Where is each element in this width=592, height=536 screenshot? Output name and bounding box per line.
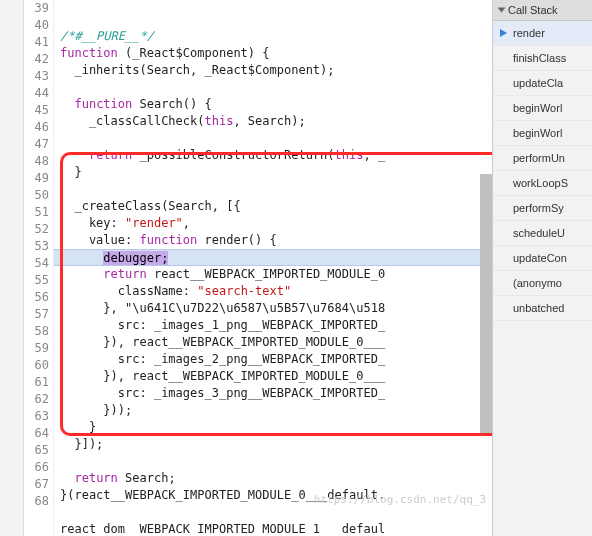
line-number[interactable]: 50 [28,187,49,204]
line-number[interactable]: 41 [28,34,49,51]
code-line[interactable]: value: function render() { [60,232,492,249]
stack-frame-label: (anonymo [513,277,562,289]
line-number[interactable]: 65 [28,442,49,459]
line-number[interactable]: 64 [28,425,49,442]
vertical-scrollbar[interactable] [480,174,492,436]
line-number[interactable]: 59 [28,340,49,357]
stack-frame-label: finishClass [513,52,566,64]
line-number[interactable]: 40 [28,17,49,34]
line-number[interactable]: 67 [28,476,49,493]
line-number[interactable]: 60 [28,357,49,374]
call-stack-frame[interactable]: updateCon [493,246,592,271]
stack-frame-label: scheduleU [513,227,565,239]
code-line[interactable]: }]); [60,436,492,453]
code-line[interactable] [60,181,492,198]
call-stack-frame[interactable]: render [493,21,592,46]
call-stack-header[interactable]: Call Stack [493,0,592,21]
code-line[interactable]: _inherits(Search, _React$Component); [60,62,492,79]
current-frame-arrow-icon [499,28,509,38]
call-stack-frame[interactable]: unbatched [493,296,592,321]
line-number[interactable]: 43 [28,68,49,85]
line-number[interactable]: 58 [28,323,49,340]
code-line[interactable] [60,453,492,470]
code-line-current[interactable]: debugger; [54,249,492,266]
code-line[interactable]: })); [60,402,492,419]
line-number[interactable]: 49 [28,170,49,187]
code-line[interactable]: return react__WEBPACK_IMPORTED_MODULE_0 [60,266,492,283]
stack-frame-label: workLoopS [513,177,568,189]
line-number[interactable]: 61 [28,374,49,391]
call-stack-frame[interactable]: (anonymo [493,271,592,296]
line-number[interactable]: 68 [28,493,49,510]
stack-frame-label: beginWorl [513,102,562,114]
code-line[interactable]: src: _images_3_png__WEBPACK_IMPORTED_ [60,385,492,402]
code-line[interactable]: }), react__WEBPACK_IMPORTED_MODULE_0___ [60,334,492,351]
stack-frame-label: render [513,27,545,39]
code-line[interactable]: key: "render", [60,215,492,232]
code-line[interactable] [60,504,492,521]
line-number[interactable]: 63 [28,408,49,425]
stack-frame-label: unbatched [513,302,564,314]
call-stack-list: renderfinishClassupdateClabeginWorlbegin… [493,21,592,536]
call-stack-frame[interactable]: finishClass [493,46,592,71]
source-code-panel[interactable]: 3940414243444546474849505152535455565758… [24,0,492,536]
line-number[interactable]: 52 [28,221,49,238]
code-line[interactable]: } [60,164,492,181]
line-number[interactable]: 47 [28,136,49,153]
line-number[interactable]: 42 [28,51,49,68]
code-line[interactable]: src: _images_2_png__WEBPACK_IMPORTED_ [60,351,492,368]
stack-frame-label: updateCon [513,252,567,264]
line-number[interactable]: 39 [28,0,49,17]
code-line[interactable]: return Search; [60,470,492,487]
disclosure-triangle-icon [498,8,506,13]
code-line[interactable]: _classCallCheck(this, Search); [60,113,492,130]
call-stack-frame[interactable]: workLoopS [493,171,592,196]
line-number[interactable]: 66 [28,459,49,476]
call-stack-frame[interactable]: scheduleU [493,221,592,246]
devtools-root: 3940414243444546474849505152535455565758… [0,0,592,536]
code-line[interactable]: function (_React$Component) { [60,45,492,62]
line-number[interactable]: 48 [28,153,49,170]
stack-frame-label: performSy [513,202,564,214]
line-number[interactable]: 53 [28,238,49,255]
stack-frame-label: beginWorl [513,127,562,139]
stack-frame-label: performUn [513,152,565,164]
call-stack-panel: Call Stack renderfinishClassupdateClabeg… [492,0,592,536]
call-stack-frame[interactable]: updateCla [493,71,592,96]
stack-frame-label: updateCla [513,77,563,89]
code-line[interactable]: }), react__WEBPACK_IMPORTED_MODULE_0___ [60,368,492,385]
call-stack-frame[interactable]: beginWorl [493,96,592,121]
code-line[interactable]: _createClass(Search, [{ [60,198,492,215]
line-number[interactable]: 44 [28,85,49,102]
code-line[interactable]: } [60,419,492,436]
line-number[interactable]: 57 [28,306,49,323]
line-number[interactable]: 51 [28,204,49,221]
code-line[interactable]: }(react__WEBPACK_IMPORTED_MODULE_0___def… [60,487,492,504]
code-line[interactable] [60,79,492,96]
code-line[interactable] [60,130,492,147]
code-line[interactable]: react dom WEBPACK IMPORTED MODULE 1 defa… [60,521,492,536]
code-line[interactable]: function Search() { [60,96,492,113]
code-line[interactable]: return _possibleConstructorReturn(this, … [60,147,492,164]
line-number[interactable]: 62 [28,391,49,408]
code-line[interactable]: className: "search-text" [60,283,492,300]
line-number[interactable]: 45 [28,102,49,119]
line-number-gutter[interactable]: 3940414243444546474849505152535455565758… [24,0,54,536]
left-gutter [0,0,24,536]
code-area[interactable]: /*#__PURE__*/function (_React$Component)… [54,0,492,536]
call-stack-frame[interactable]: performSy [493,196,592,221]
call-stack-frame[interactable]: beginWorl [493,121,592,146]
call-stack-title: Call Stack [508,4,558,16]
line-number[interactable]: 54 [28,255,49,272]
code-line[interactable]: /*#__PURE__*/ [60,28,492,45]
call-stack-frame[interactable]: performUn [493,146,592,171]
line-number[interactable]: 56 [28,289,49,306]
line-number[interactable]: 46 [28,119,49,136]
code-line[interactable]: }, "\u641C\u7D22\u6587\u5B57\u7684\u518 [60,300,492,317]
code-line[interactable]: src: _images_1_png__WEBPACK_IMPORTED_ [60,317,492,334]
line-number[interactable]: 55 [28,272,49,289]
